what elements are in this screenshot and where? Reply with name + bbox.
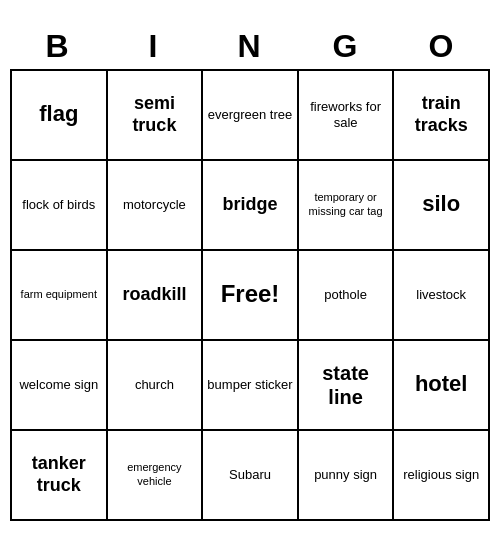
bingo-cell: bumper sticker	[203, 341, 299, 431]
header-letter: I	[106, 24, 202, 69]
cell-text: church	[135, 377, 174, 393]
bingo-cell: evergreen tree	[203, 71, 299, 161]
bingo-cell: train tracks	[394, 71, 490, 161]
bingo-cell: Subaru	[203, 431, 299, 521]
cell-text: motorcycle	[123, 197, 186, 213]
cell-text: state line	[303, 361, 389, 409]
header-letter: N	[202, 24, 298, 69]
bingo-cell: punny sign	[299, 431, 395, 521]
cell-text: train tracks	[398, 93, 484, 136]
bingo-cell: livestock	[394, 251, 490, 341]
cell-text: livestock	[416, 287, 466, 303]
cell-text: evergreen tree	[208, 107, 293, 123]
bingo-cell: fireworks for sale	[299, 71, 395, 161]
cell-text: tanker truck	[16, 453, 102, 496]
header-letter: G	[298, 24, 394, 69]
cell-text: bumper sticker	[207, 377, 292, 393]
bingo-cell: welcome sign	[12, 341, 108, 431]
bingo-cell: religious sign	[394, 431, 490, 521]
header-letter: B	[10, 24, 106, 69]
bingo-cell: flock of birds	[12, 161, 108, 251]
bingo-cell: pothole	[299, 251, 395, 341]
cell-text: hotel	[415, 371, 468, 397]
cell-text: religious sign	[403, 467, 479, 483]
cell-text: punny sign	[314, 467, 377, 483]
cell-text: flock of birds	[22, 197, 95, 213]
bingo-cell: motorcycle	[108, 161, 204, 251]
bingo-cell: emergency vehicle	[108, 431, 204, 521]
bingo-card: BINGO flagsemi truckevergreen treefirewo…	[10, 24, 490, 521]
cell-text: bridge	[222, 194, 277, 216]
header-letter: O	[394, 24, 490, 69]
bingo-header: BINGO	[10, 24, 490, 69]
cell-text: Free!	[221, 280, 280, 309]
bingo-cell: semi truck	[108, 71, 204, 161]
bingo-cell: tanker truck	[12, 431, 108, 521]
cell-text: fireworks for sale	[303, 99, 389, 130]
cell-text: pothole	[324, 287, 367, 303]
bingo-cell: hotel	[394, 341, 490, 431]
bingo-cell: flag	[12, 71, 108, 161]
bingo-cell: roadkill	[108, 251, 204, 341]
cell-text: Subaru	[229, 467, 271, 483]
bingo-cell: farm equipment	[12, 251, 108, 341]
bingo-cell: temporary or missing car tag	[299, 161, 395, 251]
cell-text: silo	[422, 191, 460, 217]
cell-text: emergency vehicle	[112, 461, 198, 487]
bingo-cell: Free!	[203, 251, 299, 341]
bingo-cell: bridge	[203, 161, 299, 251]
bingo-cell: silo	[394, 161, 490, 251]
cell-text: farm equipment	[21, 288, 97, 301]
cell-text: temporary or missing car tag	[303, 191, 389, 217]
bingo-grid: flagsemi truckevergreen treefireworks fo…	[10, 69, 490, 521]
cell-text: welcome sign	[19, 377, 98, 393]
bingo-cell: state line	[299, 341, 395, 431]
cell-text: roadkill	[122, 284, 186, 306]
bingo-cell: church	[108, 341, 204, 431]
cell-text: semi truck	[112, 93, 198, 136]
cell-text: flag	[39, 101, 78, 127]
